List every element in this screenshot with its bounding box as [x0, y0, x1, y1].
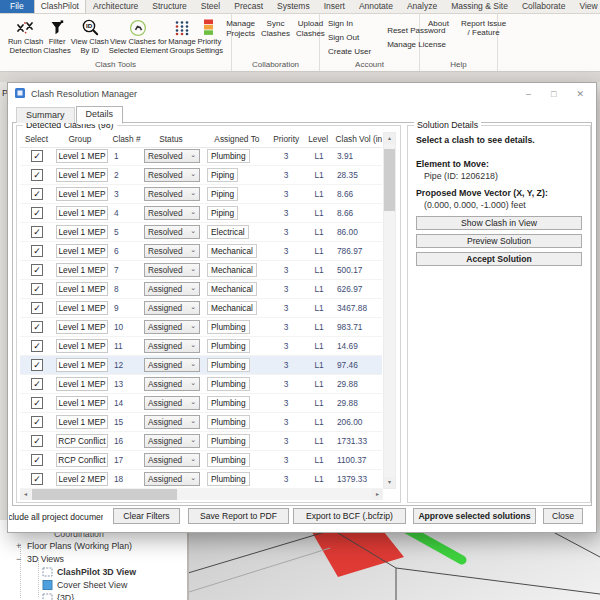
status-dropdown[interactable]: Assigned⌄	[144, 301, 200, 315]
scrollbar-thumb[interactable]	[384, 149, 395, 211]
ribbon-button-view-clash-by-id[interactable]: ID View ClashBy ID	[71, 16, 109, 56]
group-cell[interactable]: Level 1 MEP	[56, 187, 108, 201]
dialog-title-bar[interactable]: Clash Resolution Manager – □ ✕	[8, 83, 596, 104]
ribbon-button-manage-groups[interactable]: ManageGroups	[168, 16, 195, 56]
row-checkbox[interactable]: ✓	[31, 435, 43, 447]
browser-item-3d-views[interactable]: −3D Views	[16, 553, 64, 564]
group-cell[interactable]: Level 1 MEP	[56, 301, 108, 315]
browser-item-3d[interactable]: {3D}	[42, 592, 74, 600]
expander-icon[interactable]: +	[16, 541, 24, 551]
row-checkbox[interactable]: ✓	[31, 340, 43, 352]
status-dropdown[interactable]: Assigned⌄	[144, 472, 200, 486]
save-report-to-pdf-button[interactable]: Save Report to PDF	[188, 508, 289, 524]
group-cell[interactable]: Level 1 MEP	[56, 149, 108, 163]
group-cell[interactable]: Level 1 MEP	[56, 320, 108, 334]
assigned-to-cell[interactable]: Piping	[207, 206, 238, 220]
row-checkbox[interactable]: ✓	[31, 150, 43, 162]
assigned-to-cell[interactable]: Plumbing	[207, 415, 250, 429]
export-to-bcf-bcfzip-button[interactable]: Export to BCF (.bcfzip)	[293, 508, 406, 524]
ribbon-button-view-clashes-for-selected-element[interactable]: View Clashes forSelected Element	[109, 16, 169, 56]
row-checkbox[interactable]: ✓	[31, 245, 43, 257]
row-checkbox[interactable]: ✓	[31, 454, 43, 466]
table-row[interactable]: ✓ RCP Conflict 16 Assigned⌄ Plumbing 3 L…	[20, 432, 382, 451]
assigned-to-cell[interactable]: Mechanical	[207, 301, 257, 315]
ribbon-tab-analyze[interactable]: Analyze	[400, 0, 444, 13]
vertical-scrollbar[interactable]: ▴ ▾	[383, 132, 396, 489]
group-cell[interactable]: Level 1 MEP	[56, 339, 108, 353]
scroll-left-icon[interactable]: ◂	[20, 489, 31, 500]
table-row[interactable]: ✓ Level 1 MEP 14 Assigned⌄ Plumbing 3 L1…	[20, 394, 382, 413]
assigned-to-cell[interactable]: Plumbing	[207, 453, 250, 467]
horizontal-scrollbar[interactable]: ◂ ▸	[20, 489, 383, 500]
row-checkbox[interactable]: ✓	[31, 302, 43, 314]
status-dropdown[interactable]: Resolved⌄	[144, 149, 200, 163]
clear-filters-button[interactable]: Clear Filters	[113, 508, 180, 524]
include-documents-checkbox-label[interactable]: Include all project documents	[9, 512, 103, 522]
table-row[interactable]: ✓ Level 1 MEP 13 Assigned⌄ Plumbing 3 L1…	[20, 375, 382, 394]
row-checkbox[interactable]: ✓	[31, 264, 43, 276]
maximize-button[interactable]: □	[551, 89, 556, 99]
close-button[interactable]: Close	[543, 508, 583, 524]
table-row[interactable]: ✓ Level 1 MEP 2 Resolved⌄ Piping 3 L1 28…	[20, 166, 382, 185]
scroll-down-icon[interactable]: ▾	[384, 477, 395, 488]
group-cell[interactable]: RCP Conflict	[56, 453, 108, 467]
group-cell[interactable]: Level 1 MEP	[56, 244, 108, 258]
3d-view-canvas[interactable]	[189, 525, 600, 600]
table-row[interactable]: ✓ Level 1 MEP 3 Resolved⌄ Piping 3 L1 8.…	[20, 185, 382, 204]
group-cell[interactable]: Level 1 MEP	[56, 396, 108, 410]
ribbon-tab-systems[interactable]: Systems	[270, 0, 317, 13]
group-cell[interactable]: Level 1 MEP	[56, 168, 108, 182]
ribbon-tab-structure[interactable]: Structure	[145, 0, 194, 13]
assigned-to-cell[interactable]: Mechanical	[207, 282, 257, 296]
row-checkbox[interactable]: ✓	[31, 207, 43, 219]
table-row[interactable]: ✓ Level 1 MEP 7 Resolved⌄ Mechanical 3 L…	[20, 261, 382, 280]
status-dropdown[interactable]: Resolved⌄	[144, 225, 200, 239]
status-dropdown[interactable]: Assigned⌄	[144, 320, 200, 334]
ribbon-button-create-user[interactable]: Create User	[326, 44, 373, 58]
assigned-to-cell[interactable]: Plumbing	[207, 377, 250, 391]
preview-solution-button[interactable]: Preview Solution	[416, 234, 582, 248]
row-checkbox[interactable]: ✓	[31, 169, 43, 181]
ribbon-button-sign-out[interactable]: Sign Out	[326, 30, 373, 44]
row-checkbox[interactable]: ✓	[31, 378, 43, 390]
table-row[interactable]: ✓ Level 1 MEP 10 Assigned⌄ Plumbing 3 L1…	[20, 318, 382, 337]
table-row[interactable]: ✓ Level 1 MEP 6 Resolved⌄ Mechanical 3 L…	[20, 242, 382, 261]
assigned-to-cell[interactable]: Mechanical	[207, 263, 257, 277]
status-dropdown[interactable]: Assigned⌄	[144, 453, 200, 467]
ribbon-button-sync-clashes[interactable]: SyncClashes	[258, 16, 293, 41]
group-cell[interactable]: Level 1 MEP	[56, 225, 108, 239]
column-header-group[interactable]: Group	[53, 132, 107, 147]
minimize-button[interactable]: –	[526, 89, 531, 99]
row-checkbox[interactable]: ✓	[31, 188, 43, 200]
column-header-status[interactable]: Status	[142, 132, 200, 147]
table-row[interactable]: ✓ Level 1 MEP 9 Assigned⌄ Mechanical 3 L…	[20, 299, 382, 318]
assigned-to-cell[interactable]: Plumbing	[207, 434, 250, 448]
scrollbar-thumb[interactable]	[32, 489, 177, 500]
assigned-to-cell[interactable]: Plumbing	[207, 396, 250, 410]
ribbon-tab-file[interactable]: File	[0, 0, 34, 13]
scroll-right-icon[interactable]: ▸	[372, 489, 383, 500]
column-header-level[interactable]: Level	[304, 132, 333, 147]
table-row[interactable]: ✓ Level 1 MEP 12 Assigned⌄ Plumbing 3 L1…	[20, 356, 382, 375]
assigned-to-cell[interactable]: Electrical	[207, 225, 249, 239]
status-dropdown[interactable]: Resolved⌄	[144, 206, 200, 220]
status-dropdown[interactable]: Assigned⌄	[144, 415, 200, 429]
status-dropdown[interactable]: Resolved⌄	[144, 263, 200, 277]
assigned-to-cell[interactable]: Piping	[207, 168, 238, 182]
ribbon-button-run-clash-detection[interactable]: Run ClashDetection	[8, 16, 43, 56]
table-row[interactable]: ✓ Level 1 MEP 4 Resolved⌄ Piping 3 L1 8.…	[20, 204, 382, 223]
status-dropdown[interactable]: Assigned⌄	[144, 339, 200, 353]
table-row[interactable]: ✓ Level 1 MEP 11 Assigned⌄ Plumbing 3 L1…	[20, 337, 382, 356]
close-button[interactable]: ✕	[576, 89, 584, 99]
ribbon-tab-insert[interactable]: Insert	[317, 0, 352, 13]
ribbon-tab-architecture[interactable]: Architecture	[86, 0, 145, 13]
row-checkbox[interactable]: ✓	[31, 397, 43, 409]
assigned-to-cell[interactable]: Mechanical	[207, 244, 257, 258]
table-row[interactable]: ✓ RCP Conflict 17 Assigned⌄ Plumbing 3 L…	[20, 451, 382, 470]
status-dropdown[interactable]: Assigned⌄	[144, 282, 200, 296]
row-checkbox[interactable]: ✓	[31, 473, 43, 485]
group-cell[interactable]: Level 1 MEP	[56, 206, 108, 220]
table-row[interactable]: ✓ Level 1 MEP 1 Resolved⌄ Plumbing 3 L1 …	[20, 147, 382, 166]
browser-item-floor-plans-working-plan[interactable]: +Floor Plans (Working Plan)	[16, 540, 132, 551]
show-clash-in-view-button[interactable]: Show Clash in View	[416, 216, 582, 230]
